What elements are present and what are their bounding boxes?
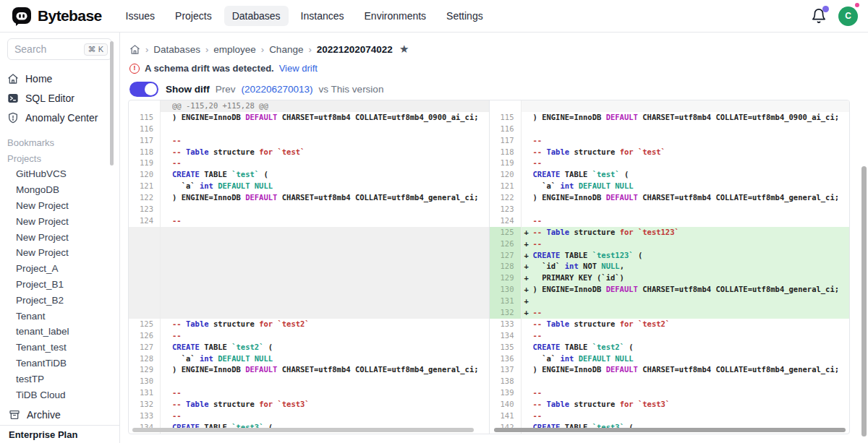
diff-context-row: 117-- [129, 135, 489, 147]
diff-filler-row [129, 238, 489, 250]
sidebar-section-bookmarks: Bookmarks [0, 134, 119, 150]
bytebase-logo-icon [12, 7, 32, 26]
breadcrumb-employee[interactable]: employee [213, 44, 256, 55]
sidebar-project-item[interactable]: Project_B2 [0, 292, 119, 308]
sidebar-project-item[interactable]: testTP [0, 371, 119, 387]
sidebar-item-archive[interactable]: Archive [0, 405, 119, 425]
diff-filler-row [129, 272, 489, 284]
sidebar-project-item[interactable]: New Project [0, 213, 119, 229]
diff-pane-previous[interactable]: @@ -115,20 +115,28 @@115) ENGINE=InnoDB … [129, 100, 489, 434]
plan-badge: Enterprise Plan [0, 425, 119, 443]
notification-dot [822, 6, 829, 12]
diff-filler-row [129, 284, 489, 296]
alert-icon: ! [129, 64, 140, 74]
user-avatar[interactable]: C [838, 7, 858, 26]
diff-context-row: 128 `a` int DEFAULT NULL [129, 353, 489, 365]
sidebar-project-item[interactable]: MongoDB [0, 182, 119, 198]
sidebar-item-home[interactable]: Home [0, 69, 119, 88]
main-content: › Databases › employee › Change › 202212… [120, 33, 868, 443]
sidebar-project-item[interactable]: TenantTiDB [0, 356, 119, 371]
sidebar-scrollbar[interactable] [110, 41, 114, 165]
diff-added-row: 130+) ENGINE=InnoDB DEFAULT CHARSET=utf8… [490, 284, 850, 296]
diff-hunk-header: @@ -115,20 +115,28 @@ [129, 100, 489, 112]
diff-context-row: 120CREATE TABLE `test` ( [129, 169, 489, 181]
diff-filler-row [129, 307, 489, 319]
diff-filler-row [129, 227, 489, 238]
sidebar-item-sql-editor[interactable]: SQL Editor [0, 88, 119, 108]
diff-context-row: 137) ENGINE=InnoDB DEFAULT CHARSET=utf8m… [490, 364, 850, 376]
diff-context-row: 136 `a` int DEFAULT NULL [490, 353, 850, 365]
page-vertical-scrollbar[interactable] [861, 166, 867, 436]
diff-right-horizontal-scrollbar[interactable] [494, 428, 846, 432]
diff-hunk-header-filler [490, 100, 850, 112]
breadcrumb-version: 20221202074022 [317, 44, 393, 55]
bookmark-star-icon[interactable]: ★ [399, 43, 409, 56]
diff-context-row: 121 `a` int DEFAULT NULL [129, 181, 489, 192]
diff-context-row: 130 [129, 376, 489, 387]
sidebar-project-item[interactable]: New Project [0, 229, 119, 245]
prev-version-link[interactable]: (202206270013) [242, 84, 313, 95]
sidebar-project-item[interactable]: New Project [0, 198, 119, 214]
diff-context-row: 131-- [129, 387, 489, 399]
diff-context-row: 121 `a` int DEFAULT NULL [490, 181, 850, 192]
diff-filler-row [129, 296, 489, 307]
diff-filler-row [129, 261, 489, 272]
search-shortcut-badge: ⌘ K [84, 43, 108, 56]
sidebar-project-item[interactable]: TiDB Cloud [0, 387, 119, 403]
sidebar-project-item[interactable]: New Project [0, 245, 119, 261]
top-bar-right: C [811, 7, 858, 26]
sidebar-project-item[interactable]: Tenant_test [0, 340, 119, 356]
diff-context-row: 138 [490, 376, 850, 387]
diff-pane-current[interactable]: 115) ENGINE=InnoDB DEFAULT CHARSET=utf8m… [489, 100, 850, 434]
diff-context-row: 119-- [129, 158, 489, 169]
top-nav-item-issues[interactable]: Issues [118, 6, 163, 26]
diff-context-row: 118-- Table structure for `test` [129, 147, 489, 158]
sidebar-item-anomaly-center[interactable]: Anomaly Center [0, 108, 119, 127]
diff-added-row: 125+-- Table structure for `test123` [490, 227, 850, 238]
diff-context-row: 119-- [490, 158, 850, 169]
diff-context-row: 120CREATE TABLE `test` ( [490, 169, 850, 181]
diff-added-row: 127+CREATE TABLE `test123` ( [490, 250, 850, 262]
breadcrumb-change[interactable]: Change [269, 44, 303, 55]
diff-editor: @@ -115,20 +115,28 @@115) ENGINE=InnoDB … [128, 100, 850, 434]
breadcrumb-home-icon[interactable] [129, 44, 140, 55]
diff-context-row: 124-- [129, 215, 489, 227]
show-diff-toggle[interactable] [129, 82, 158, 97]
archive-icon [9, 409, 20, 421]
sidebar-project-item[interactable]: GitHubVCS [0, 166, 119, 182]
top-nav: IssuesProjectsDatabasesInstancesEnvironm… [118, 6, 491, 26]
search-box[interactable]: ⌘ K [7, 38, 112, 60]
breadcrumb-databases[interactable]: Databases [153, 44, 200, 55]
sidebar-project-item[interactable]: Project_A [0, 261, 119, 277]
diff-context-row: 129) ENGINE=InnoDB DEFAULT CHARSET=utf8m… [129, 364, 489, 376]
diff-left-rows: @@ -115,20 +115,28 @@115) ENGINE=InnoDB … [129, 100, 489, 434]
project-list: GitHubVCSMongoDBNew ProjectNew ProjectNe… [0, 166, 119, 403]
diff-context-row: 141-- [490, 410, 850, 422]
notifications-bell-icon[interactable] [811, 8, 827, 24]
brand[interactable]: Bytebase [12, 7, 102, 26]
sidebar-project-item[interactable]: Project_B1 [0, 277, 119, 293]
top-nav-item-settings[interactable]: Settings [438, 6, 491, 26]
status-dot [855, 3, 859, 7]
top-nav-item-databases[interactable]: Databases [224, 6, 289, 26]
diff-context-row: 139-- [490, 387, 850, 399]
view-drift-link[interactable]: View drift [279, 63, 318, 74]
top-nav-item-instances[interactable]: Instances [293, 6, 352, 26]
diff-left-horizontal-scrollbar[interactable] [132, 428, 474, 432]
sidebar: ⌘ K Home SQL E [0, 33, 120, 443]
home-icon [7, 73, 19, 85]
top-nav-item-projects[interactable]: Projects [167, 6, 220, 26]
diff-context-row: 115) ENGINE=InnoDB DEFAULT CHARSET=utf8m… [490, 112, 850, 124]
diff-context-row: 116 [490, 124, 850, 135]
diff-added-row: 131+ [490, 296, 850, 307]
diff-context-row: 122) ENGINE=InnoDB DEFAULT CHARSET=utf8m… [490, 192, 850, 204]
search-input[interactable] [14, 43, 84, 55]
brand-name: Bytebase [38, 7, 102, 25]
diff-added-row: 129+ PRIMARY KEY (`id`) [490, 272, 850, 284]
top-nav-item-environments[interactable]: Environments [357, 6, 435, 26]
diff-added-row: 128+ `id` int NOT NULL, [490, 261, 850, 272]
diff-context-row: 116 [129, 124, 489, 135]
diff-context-row: 140-- Table structure for `test3` [490, 399, 850, 410]
sidebar-project-item[interactable]: Tenant [0, 308, 119, 324]
sidebar-project-item[interactable]: tenant_label [0, 324, 119, 340]
